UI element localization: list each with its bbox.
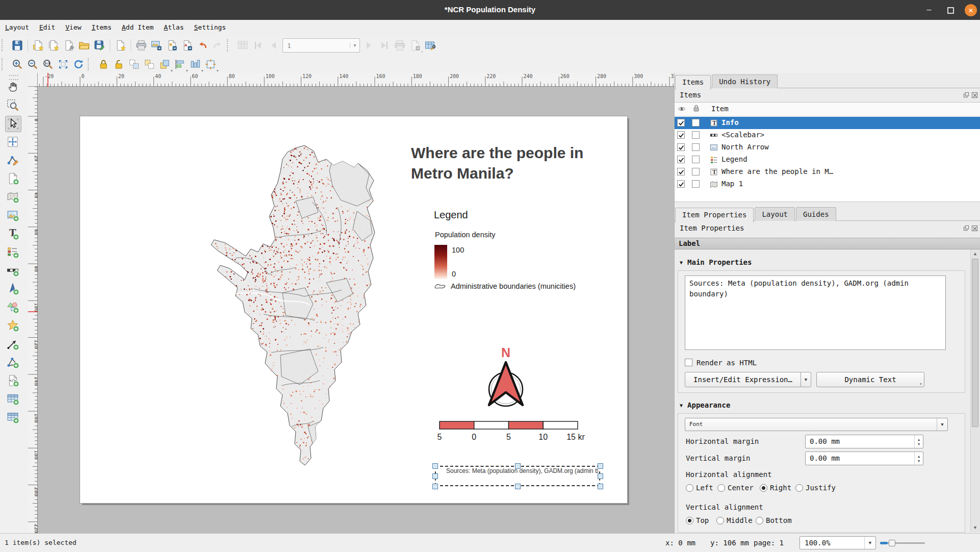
- toolbar-grip[interactable]: [2, 39, 7, 52]
- visibility-checkbox[interactable]: [677, 119, 685, 127]
- props-tab-guides[interactable]: Guides: [796, 207, 836, 221]
- add-label-button[interactable]: T: [5, 226, 20, 241]
- selection-handle[interactable]: [598, 473, 603, 479]
- export-image-button[interactable]: [149, 38, 164, 53]
- layout-manager-button[interactable]: [61, 38, 76, 53]
- minimize-button[interactable]: –: [923, 4, 935, 16]
- dock-tab-items[interactable]: Items: [675, 75, 711, 90]
- atlas-settings-button[interactable]: [423, 38, 438, 53]
- zoom-full-button[interactable]: [56, 57, 71, 72]
- selection-handle[interactable]: [432, 473, 438, 479]
- insert-expression-dropdown[interactable]: ▼: [801, 372, 811, 387]
- spinner-arrows-icon[interactable]: ▲▼: [914, 452, 923, 465]
- menu-view[interactable]: View: [60, 20, 86, 31]
- add-scalebar-button[interactable]: [5, 263, 20, 278]
- dock-tab-undo-history[interactable]: Undo History: [712, 74, 778, 88]
- add-items-from-template-button[interactable]: [76, 38, 92, 53]
- preview-atlas-button[interactable]: [235, 38, 250, 53]
- menu-settings[interactable]: Settings: [189, 20, 231, 31]
- spinner-arrows-icon[interactable]: ▲▼: [914, 435, 923, 448]
- move-content-button[interactable]: [5, 134, 20, 149]
- add-picture-button[interactable]: [5, 208, 20, 223]
- last-feature-button[interactable]: [377, 38, 392, 53]
- lock-checkbox[interactable]: [692, 168, 700, 175]
- props-tab-layout[interactable]: Layout: [755, 207, 795, 221]
- selection-handle[interactable]: [598, 484, 603, 489]
- zoom-out-button[interactable]: [25, 57, 40, 72]
- props-tab-item-properties[interactable]: Item Properties: [675, 208, 754, 222]
- appearance-section[interactable]: ▼Appearance: [680, 401, 730, 409]
- print-button[interactable]: [134, 38, 149, 53]
- visibility-checkbox[interactable]: [677, 131, 685, 139]
- save-as-template-button[interactable]: [92, 38, 107, 53]
- source-label-item-selected[interactable]: Sources: Meta (population density), GADM…: [435, 466, 600, 486]
- insert-expression-button[interactable]: Insert/Edit Expression…: [685, 372, 801, 387]
- add-arrow-button[interactable]: [5, 336, 20, 352]
- add-node-item-button[interactable]: [5, 355, 20, 370]
- menu-layout[interactable]: Layout: [0, 20, 34, 31]
- item-row-where-are-the-people-in-m[interactable]: TWhere are the people in M…: [675, 166, 980, 178]
- add-north-arrow-button[interactable]: [5, 281, 20, 296]
- duplicate-layout-button[interactable]: [46, 38, 61, 53]
- scroll-up-icon[interactable]: ▲: [972, 250, 978, 257]
- lock-checkbox[interactable]: [692, 119, 700, 127]
- lock-checkbox[interactable]: [692, 131, 700, 139]
- lock-checkbox[interactable]: [692, 143, 700, 151]
- undo-button[interactable]: [195, 38, 210, 53]
- group-items-button[interactable]: [126, 57, 142, 72]
- north-arrow-item[interactable]: N: [485, 347, 529, 411]
- vertical-margin-spinbox[interactable]: 0.00 mm ▲▼: [805, 451, 923, 465]
- edit-nodes-button[interactable]: [5, 153, 20, 168]
- ungroup-items-button[interactable]: [142, 57, 157, 72]
- add-marker-button[interactable]: [5, 318, 20, 333]
- item-row-north-arrow[interactable]: North Arrow: [675, 141, 980, 154]
- new-report-button[interactable]: [113, 38, 128, 53]
- zoom-slider[interactable]: [880, 539, 925, 547]
- visibility-checkbox[interactable]: [677, 143, 685, 151]
- refresh-button[interactable]: [71, 57, 86, 72]
- selection-handle[interactable]: [598, 463, 603, 469]
- add-fixed-table-button[interactable]: [5, 410, 20, 425]
- menu-items[interactable]: Items: [87, 20, 117, 31]
- export-atlas-button[interactable]: [407, 38, 423, 53]
- item-row-scalebar[interactable]: <Scalebar>: [675, 129, 980, 141]
- export-svg-button[interactable]: [164, 38, 179, 53]
- pan-tool-button[interactable]: [5, 79, 20, 94]
- scalebar-item[interactable]: 5051015 km: [437, 419, 585, 443]
- zoom-combobox[interactable]: 100.0% ▼: [800, 536, 876, 549]
- visibility-checkbox[interactable]: [677, 156, 685, 163]
- atlas-page-spinbox[interactable]: 1▼: [282, 38, 360, 53]
- raise-items-button[interactable]: [157, 57, 172, 72]
- layout-canvas[interactable]: Where are the people in Metro Manila? Le…: [38, 87, 674, 533]
- close-button[interactable]: ✕: [965, 4, 977, 16]
- export-pdf-button[interactable]: A: [179, 38, 195, 53]
- menu-edit[interactable]: Edit: [34, 20, 60, 31]
- visibility-checkbox[interactable]: [677, 180, 685, 188]
- add-shape-button[interactable]: [5, 299, 20, 315]
- select-move-item-button[interactable]: [5, 116, 21, 132]
- add-attribute-table-button[interactable]: [5, 391, 20, 407]
- render-as-html-checkbox[interactable]: [685, 359, 692, 366]
- dynamic-text-button[interactable]: Dynamic Text▾: [816, 372, 924, 387]
- item-row-map-1[interactable]: Map 1: [675, 178, 980, 190]
- scrollbar-thumb[interactable]: [972, 259, 978, 427]
- zoom-tool-button[interactable]: [5, 97, 20, 113]
- previous-feature-button[interactable]: [266, 38, 281, 53]
- map-title-item[interactable]: Where are the people in Metro Manila?: [411, 143, 601, 183]
- visibility-checkbox[interactable]: [677, 168, 685, 175]
- panel-close-button[interactable]: [970, 92, 978, 100]
- selection-handle[interactable]: [432, 484, 438, 489]
- lock-checkbox[interactable]: [692, 156, 700, 163]
- panel-float-button[interactable]: [962, 225, 970, 233]
- maximize-button[interactable]: [944, 4, 957, 16]
- panel-float-button[interactable]: [962, 92, 970, 100]
- redo-button[interactable]: [210, 38, 225, 53]
- properties-scrollbar[interactable]: ▲ ▼: [970, 249, 980, 532]
- toolbar-grip[interactable]: [2, 58, 7, 70]
- legend-item[interactable]: Legend Population density 100 0 Administ…: [434, 209, 605, 298]
- resize-items-button[interactable]: [203, 57, 218, 72]
- first-feature-button[interactable]: [250, 38, 266, 53]
- panel-close-button[interactable]: [970, 225, 978, 233]
- align-items-button[interactable]: [172, 57, 188, 72]
- zoom-in-button[interactable]: [10, 57, 25, 72]
